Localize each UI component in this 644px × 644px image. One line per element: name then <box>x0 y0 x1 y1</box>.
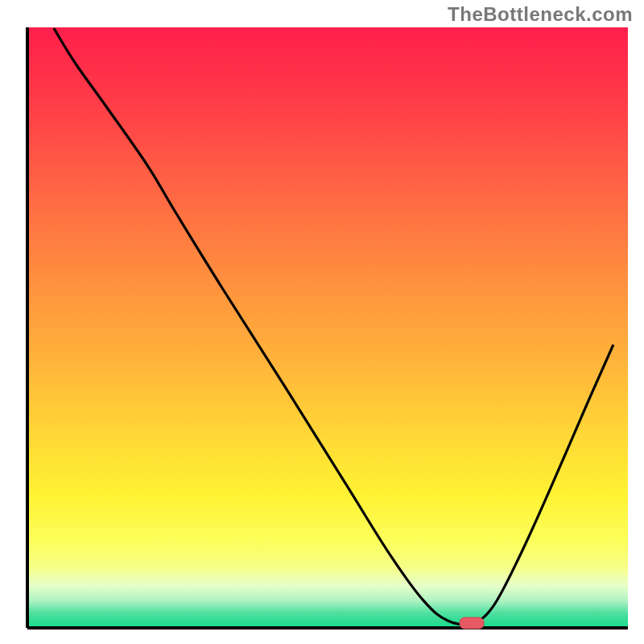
plot-background <box>27 27 628 628</box>
chart-container: TheBottleneck.com <box>0 0 644 644</box>
optimal-marker <box>460 617 484 629</box>
bottleneck-chart <box>0 0 644 644</box>
